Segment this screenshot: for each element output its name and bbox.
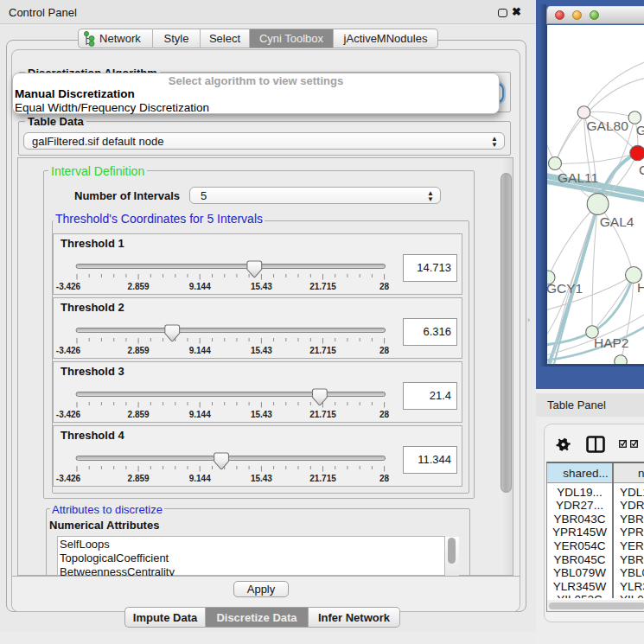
- svg-text:21.715: 21.715: [309, 282, 336, 291]
- svg-text:-3.426: -3.426: [56, 410, 81, 419]
- svg-text:HAP2: HAP2: [594, 335, 629, 350]
- svg-text:21.715: 21.715: [309, 410, 336, 419]
- svg-text:-3.426: -3.426: [56, 346, 81, 355]
- svg-text:2.859: 2.859: [128, 410, 150, 419]
- svg-text:15.43: 15.43: [251, 474, 272, 483]
- svg-text:2.859: 2.859: [128, 282, 150, 291]
- svg-text:GCY1: GCY1: [547, 281, 583, 296]
- svg-text:28: 28: [379, 346, 390, 355]
- svg-text:-3.426: -3.426: [56, 474, 81, 483]
- svg-text:15.43: 15.43: [251, 282, 272, 291]
- svg-text:28: 28: [379, 410, 390, 419]
- svg-text:28: 28: [379, 474, 390, 483]
- svg-text:21.715: 21.715: [309, 474, 336, 483]
- svg-text:28: 28: [379, 282, 390, 291]
- svg-text:C: C: [639, 163, 644, 177]
- svg-text:15.43: 15.43: [251, 410, 272, 419]
- svg-text:GAL80: GAL80: [587, 118, 629, 133]
- svg-text:G: G: [636, 123, 644, 137]
- svg-text:9.144: 9.144: [189, 410, 211, 419]
- svg-text:9.144: 9.144: [189, 346, 211, 355]
- svg-text:9.144: 9.144: [189, 282, 211, 291]
- svg-text:21.715: 21.715: [309, 346, 336, 355]
- svg-text:15.43: 15.43: [251, 346, 272, 355]
- svg-text:GAL4: GAL4: [600, 214, 634, 229]
- svg-text:2.859: 2.859: [128, 474, 150, 483]
- svg-text:GAL11: GAL11: [558, 170, 598, 185]
- svg-text:2.859: 2.859: [128, 346, 150, 355]
- svg-text:H: H: [637, 280, 644, 295]
- svg-text:9.144: 9.144: [189, 474, 211, 483]
- svg-text:-3.426: -3.426: [56, 282, 81, 291]
